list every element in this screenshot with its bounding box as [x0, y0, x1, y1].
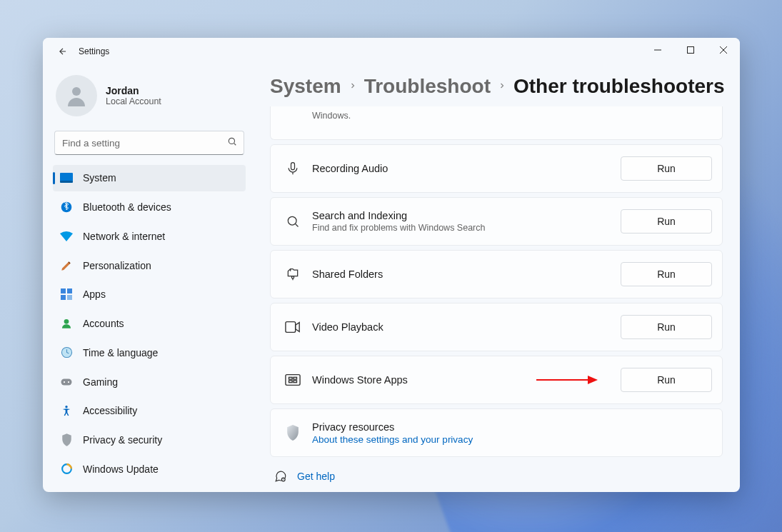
card-title: Windows Store Apps	[312, 374, 609, 386]
sidebar-item-label: Privacy & security	[83, 434, 162, 446]
card-title: Video Playback	[312, 321, 609, 333]
run-button[interactable]: Run	[621, 262, 712, 286]
svg-rect-26	[286, 375, 300, 386]
sidebar-item-accounts[interactable]: Accounts	[53, 311, 246, 337]
card-title: Recording Audio	[312, 163, 609, 174]
minimize-button[interactable]	[641, 38, 674, 62]
account-icon	[60, 317, 73, 330]
card-title: Shared Folders	[312, 268, 609, 280]
svg-line-23	[296, 224, 299, 227]
svg-point-24	[291, 276, 294, 278]
app-title: Settings	[79, 46, 109, 56]
svg-rect-13	[67, 295, 72, 300]
profile-sub: Local Account	[106, 96, 161, 106]
profile-block[interactable]: Jordan Local Account	[53, 71, 246, 124]
get-help-link[interactable]: Get help	[297, 471, 335, 482]
troubleshooter-card-search-indexing: Search and Indexing Find and fix problem…	[270, 197, 723, 246]
svg-rect-10	[61, 288, 66, 293]
shield-icon	[285, 425, 301, 441]
svg-rect-28	[294, 377, 297, 379]
run-button[interactable]: Run	[621, 315, 712, 339]
profile-name: Jordan	[106, 85, 161, 96]
svg-point-18	[68, 381, 69, 382]
svg-rect-1	[688, 47, 694, 54]
run-button[interactable]: Run	[621, 368, 712, 392]
sidebar-item-apps[interactable]: Apps	[53, 281, 246, 308]
maximize-button[interactable]	[674, 38, 707, 62]
bluetooth-icon	[60, 201, 73, 214]
breadcrumb-system[interactable]: System	[270, 75, 341, 98]
card-title: Privacy resources	[312, 421, 712, 433]
search-icon	[227, 136, 237, 149]
close-button[interactable]	[707, 38, 740, 62]
svg-rect-12	[61, 295, 66, 300]
privacy-resources-card: Privacy resources About these settings a…	[270, 408, 723, 457]
sidebar-item-bluetooth[interactable]: Bluetooth & devices	[53, 194, 246, 221]
arrow-left-icon	[58, 46, 68, 56]
avatar-icon	[64, 83, 89, 109]
search-wrap	[54, 131, 244, 155]
sidebar-item-system[interactable]: System	[53, 165, 246, 191]
video-icon	[285, 319, 301, 335]
privacy-link[interactable]: About these settings and your privacy	[312, 434, 712, 445]
svg-rect-11	[67, 288, 72, 293]
main-panel: System Troubleshoot Other troubleshooter…	[256, 65, 740, 492]
shield-icon	[60, 433, 73, 446]
svg-rect-21	[291, 163, 295, 170]
avatar	[56, 75, 97, 116]
troubleshooter-card-windows-store-apps: Windows Store Apps Run	[270, 356, 723, 404]
sidebar-item-label: System	[83, 172, 116, 184]
sidebar-item-accessibility[interactable]: Accessibility	[53, 398, 246, 424]
sidebar-item-network[interactable]: Network & internet	[53, 223, 246, 249]
help-chat-icon	[274, 470, 287, 483]
wifi-icon	[60, 230, 73, 243]
back-button[interactable]	[51, 40, 74, 63]
run-button[interactable]: Run	[621, 156, 712, 181]
titlebar: Settings	[43, 38, 740, 65]
svg-line-6	[234, 144, 236, 146]
svg-point-14	[64, 319, 69, 324]
close-icon	[720, 46, 727, 54]
run-button[interactable]: Run	[621, 209, 712, 234]
svg-rect-30	[294, 381, 297, 383]
troubleshooter-card-recording-audio: Recording Audio Run	[270, 144, 723, 193]
sidebar-item-label: Accessibility	[83, 405, 137, 416]
paintbrush-icon	[60, 259, 73, 272]
sidebar-item-time[interactable]: Time & language	[53, 339, 246, 366]
breadcrumb-troubleshoot[interactable]: Troubleshoot	[364, 75, 491, 98]
svg-point-4	[72, 87, 81, 96]
maximize-icon	[687, 46, 694, 54]
search-input[interactable]	[54, 131, 244, 155]
svg-rect-29	[289, 381, 293, 383]
svg-rect-25	[286, 322, 296, 333]
troubleshooter-card-partial: Windows.	[270, 106, 723, 140]
sidebar-item-label: Bluetooth & devices	[83, 201, 171, 213]
svg-rect-8	[60, 181, 73, 183]
sidebar-item-privacy[interactable]: Privacy & security	[53, 427, 246, 453]
troubleshooter-card-video-playback: Video Playback Run	[270, 303, 723, 351]
gamepad-icon	[60, 376, 73, 388]
minimize-icon	[654, 46, 661, 54]
store-app-icon	[285, 372, 301, 388]
apps-grid-icon	[60, 288, 73, 301]
svg-point-19	[65, 406, 67, 408]
troubleshooter-list[interactable]: Windows. Recording Audio Run	[270, 106, 726, 492]
sidebar-item-label: Gaming	[83, 376, 118, 388]
svg-point-22	[288, 216, 296, 225]
sidebar: Jordan Local Account System	[43, 65, 256, 492]
breadcrumb-current: Other troubleshooters	[513, 75, 725, 98]
sidebar-item-label: Accounts	[83, 318, 124, 329]
card-subtitle: Find and fix problems with Windows Searc…	[312, 223, 609, 233]
sidebar-item-gaming[interactable]: Gaming	[53, 368, 246, 395]
window-controls	[641, 38, 740, 62]
sidebar-item-label: Time & language	[83, 347, 158, 358]
sidebar-item-update[interactable]: Windows Update	[53, 456, 246, 482]
help-row: Get help	[270, 461, 723, 491]
clock-globe-icon	[60, 346, 73, 359]
svg-point-17	[64, 381, 65, 382]
svg-point-5	[229, 138, 234, 144]
update-icon	[60, 463, 73, 476]
breadcrumb: System Troubleshoot Other troubleshooter…	[270, 71, 726, 106]
chevron-right-icon	[498, 80, 506, 93]
sidebar-item-personalization[interactable]: Personalization	[53, 252, 246, 278]
